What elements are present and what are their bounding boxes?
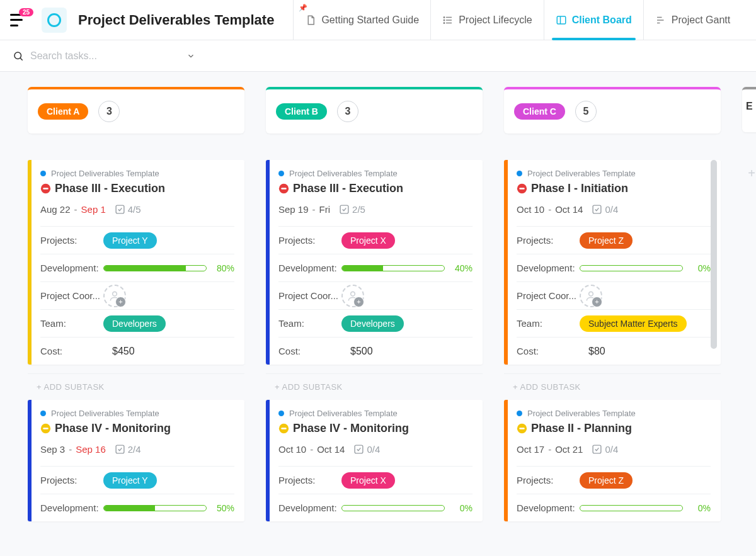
subtask-count[interactable]: 2/5 [339, 204, 365, 215]
project-pill[interactable]: Project Y [103, 472, 157, 489]
column-count: 3 [98, 101, 120, 122]
add-subtask-button[interactable]: + ADD SUBTASK [28, 373, 244, 400]
project-pill[interactable]: Project Y [103, 232, 157, 249]
progress-bar[interactable] [103, 505, 207, 511]
tab-client-board[interactable]: Client Board [544, 0, 643, 40]
svg-rect-21 [281, 188, 287, 190]
list-dot-icon [517, 171, 522, 176]
projects-row: Projects:Project Y [40, 466, 234, 494]
board-column: Client A3Project Deliverables TemplatePh… [28, 87, 244, 530]
team-pill[interactable]: Developers [103, 315, 166, 332]
column-header[interactable]: Client B3 [266, 87, 483, 133]
project-pill[interactable]: Project X [341, 472, 395, 489]
list-icon [442, 14, 454, 26]
svg-line-12 [20, 58, 23, 60]
svg-point-11 [14, 52, 21, 59]
card-dates[interactable]: Sep 3-Sep 162/4 [40, 444, 234, 455]
subtask-count[interactable]: 2/4 [115, 444, 141, 455]
task-card[interactable]: Project Deliverables TemplatePhase II - … [504, 400, 721, 521]
coordinator-row: Project Coor... [40, 281, 234, 309]
card-title: Phase III - Execution [278, 182, 472, 195]
assignee-avatar[interactable] [341, 285, 364, 307]
project-pill[interactable]: Project Z [580, 232, 633, 249]
board-column: Client B3Project Deliverables TemplatePh… [266, 87, 483, 530]
subtask-count[interactable]: 0/4 [353, 444, 380, 455]
card-dates[interactable]: Oct 17-Oct 210/4 [517, 444, 711, 455]
task-card[interactable]: Project Deliverables TemplatePhase IV - … [28, 400, 244, 521]
team-pill[interactable]: Developers [341, 315, 404, 332]
card-breadcrumb[interactable]: Project Deliverables Template [40, 169, 234, 178]
progress-pct: 40% [451, 263, 472, 273]
svg-point-4 [444, 20, 445, 21]
list-dot-icon [278, 411, 284, 416]
tab-label: Client Board [572, 14, 632, 26]
add-subtask-button[interactable]: + ADD SUBTASK [504, 373, 721, 400]
assignee-avatar[interactable] [580, 285, 602, 307]
card-title: Phase I - Initiation [517, 182, 711, 195]
card-dates[interactable]: Sep 19-Fri2/5 [278, 204, 472, 215]
progress-bar[interactable] [103, 265, 207, 271]
search-box[interactable] [13, 50, 195, 62]
app-logo-icon[interactable] [42, 8, 67, 33]
column-header[interactable]: Client C5 [504, 87, 721, 133]
card-breadcrumb[interactable]: Project Deliverables Template [40, 409, 234, 418]
tab-getting-started[interactable]: 📌 Getting Started Guide [293, 0, 430, 40]
svg-rect-15 [116, 205, 124, 213]
progress-bar[interactable] [580, 265, 683, 271]
progress-bar[interactable] [580, 505, 683, 511]
project-pill[interactable]: Project Z [580, 472, 633, 489]
card-dates[interactable]: Aug 22-Sep 14/5 [40, 204, 234, 215]
assignee-avatar[interactable] [103, 285, 126, 307]
team-row: Team:Developers [278, 309, 472, 337]
team-pill[interactable]: Subject Matter Experts [580, 315, 687, 332]
column-chip: Client C [514, 103, 565, 120]
tab-project-lifecycle[interactable]: Project Lifecycle [430, 0, 544, 40]
development-row: Development:0% [517, 494, 711, 521]
board-column-overflow: E+ [742, 87, 756, 530]
coordinator-row: Project Coor... [517, 281, 711, 309]
subtask-count[interactable]: 0/4 [592, 204, 618, 215]
card-breadcrumb[interactable]: Project Deliverables Template [517, 169, 711, 178]
search-input[interactable] [30, 50, 186, 62]
progress-bar[interactable] [341, 505, 445, 511]
team-row: Team:Subject Matter Experts [517, 309, 711, 337]
task-card[interactable]: Project Deliverables TemplatePhase III -… [28, 160, 244, 365]
kanban-board: Client A3Project Deliverables TemplatePh… [0, 72, 756, 530]
subtask-count[interactable]: 0/4 [592, 444, 618, 455]
svg-point-3 [444, 16, 445, 18]
cost-value: $450 [103, 346, 234, 357]
task-card[interactable]: Project Deliverables TemplatePhase IV - … [266, 400, 483, 521]
add-card-icon[interactable]: + [742, 166, 756, 181]
development-row: Development:80% [40, 254, 234, 281]
card-breadcrumb[interactable]: Project Deliverables Template [517, 409, 711, 418]
card-breadcrumb[interactable]: Project Deliverables Template [278, 169, 472, 178]
subtask-count[interactable]: 4/5 [115, 204, 141, 215]
search-row [0, 40, 756, 72]
progress-bar[interactable] [341, 265, 445, 271]
menu-icon[interactable]: 25 [10, 14, 28, 26]
page-title: Project Deliverables Template [78, 12, 274, 28]
column-count: 5 [575, 101, 597, 122]
card-dates[interactable]: Oct 10-Oct 140/4 [517, 204, 711, 215]
cost-row: Cost:$500 [278, 337, 472, 365]
chevron-down-icon[interactable] [186, 52, 195, 60]
svg-point-16 [113, 292, 117, 296]
scrollbar[interactable] [711, 160, 717, 349]
column-header[interactable]: E [742, 87, 756, 132]
svg-rect-32 [519, 428, 525, 429]
card-title: Phase IV - Monitoring [40, 422, 234, 435]
card-dates[interactable]: Oct 10-Oct 140/4 [278, 444, 472, 455]
progress-pct: 0% [451, 503, 472, 513]
development-row: Development:40% [278, 254, 472, 281]
development-row: Development:0% [278, 494, 472, 521]
project-pill[interactable]: Project X [341, 232, 395, 249]
column-header[interactable]: Client A3 [28, 87, 244, 133]
tab-project-gantt[interactable]: Project Gantt [643, 0, 742, 40]
development-row: Development:50% [40, 494, 234, 521]
coordinator-row: Project Coor... [278, 281, 472, 309]
task-card[interactable]: Project Deliverables TemplatePhase I - I… [504, 160, 721, 365]
card-breadcrumb[interactable]: Project Deliverables Template [278, 409, 472, 418]
card-title: Phase III - Execution [40, 182, 234, 195]
add-subtask-button[interactable]: + ADD SUBTASK [266, 373, 483, 400]
task-card[interactable]: Project Deliverables TemplatePhase III -… [266, 160, 483, 365]
